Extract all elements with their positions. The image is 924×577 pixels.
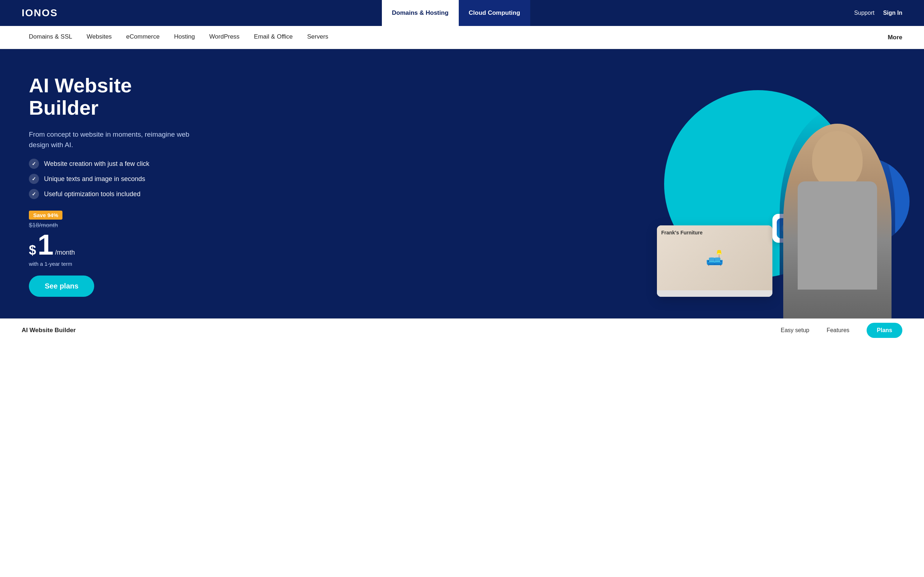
sticky-footer-title: AI Website Builder (22, 327, 76, 334)
furniture-icon: 🛋️ (706, 250, 724, 266)
top-navigation: IONOS Domains & Hosting Cloud Computing … (0, 0, 924, 26)
price-amount: 1 (37, 230, 54, 259)
secondary-nav-links: Domains & SSL Websites eCommerce Hosting… (22, 26, 336, 49)
nav-item-ecommerce[interactable]: eCommerce (119, 26, 167, 49)
see-plans-button[interactable]: See plans (29, 276, 94, 297)
feature-item-2: Unique texts and image in seconds (29, 174, 202, 184)
top-nav-tab-domains[interactable]: Domains & Hosting (382, 0, 459, 26)
hero-section: AI Website Builder From concept to websi… (0, 49, 924, 318)
sticky-footer-links: Easy setup Features Plans (781, 323, 902, 338)
top-nav-tabs: Domains & Hosting Cloud Computing (382, 0, 530, 26)
feature-text-3: Useful optimization tools included (44, 190, 141, 198)
nav-item-hosting[interactable]: Hosting (167, 26, 202, 49)
footer-plans-button[interactable]: Plans (867, 323, 902, 338)
nav-item-websites[interactable]: Websites (79, 26, 119, 49)
person-image (780, 49, 902, 318)
hero-features-list: Website creation with just a few click U… (29, 159, 202, 199)
hero-subtitle: From concept to website in moments, reim… (29, 129, 202, 150)
feature-item-3: Useful optimization tools included (29, 189, 202, 199)
save-badge: Save 94% (29, 211, 63, 220)
signin-button[interactable]: Sign In (883, 10, 902, 16)
top-nav-tab-cloud[interactable]: Cloud Computing (459, 0, 531, 26)
price-term: with a 1-year term (29, 261, 202, 267)
laptop-mockup: Frank's Furniture 🛋️ (657, 226, 772, 297)
sticky-footer-bar: AI Website Builder Easy setup Features P… (0, 318, 924, 342)
top-nav-right: Support Sign In (855, 10, 902, 16)
nav-item-email-office[interactable]: Email & Office (247, 26, 300, 49)
nav-more-button[interactable]: More (888, 34, 902, 41)
feature-item-1: Website creation with just a few click (29, 159, 202, 169)
support-link[interactable]: Support (855, 10, 874, 16)
feature-text-2: Unique texts and image in seconds (44, 175, 145, 183)
price-per-month: /month (55, 249, 75, 256)
checkmark-icon-2 (29, 174, 39, 184)
price-row: $ 1 /month (29, 230, 202, 259)
laptop-screen-label: Frank's Furniture (661, 230, 703, 235)
hero-title: AI Website Builder (29, 74, 202, 119)
nav-item-domains-ssl[interactable]: Domains & SSL (22, 26, 79, 49)
secondary-navigation: Domains & SSL Websites eCommerce Hosting… (0, 26, 924, 49)
footer-link-easy-setup[interactable]: Easy setup (781, 327, 809, 334)
checkmark-icon-1 (29, 159, 39, 169)
old-price: $18/month (29, 222, 202, 229)
checkmark-icon-3 (29, 189, 39, 199)
laptop-screen: Frank's Furniture 🛋️ (657, 226, 772, 290)
laptop-base (657, 290, 772, 297)
logo: IONOS (22, 7, 58, 19)
feature-text-1: Website creation with just a few click (44, 160, 149, 168)
price-dollar: $ (29, 243, 36, 258)
nav-item-servers[interactable]: Servers (300, 26, 336, 49)
hero-visual: Frank's Furniture 🛋️ (406, 49, 924, 318)
hero-content: AI Website Builder From concept to websi… (0, 49, 224, 318)
footer-link-features[interactable]: Features (827, 327, 849, 334)
nav-item-wordpress[interactable]: WordPress (202, 26, 247, 49)
